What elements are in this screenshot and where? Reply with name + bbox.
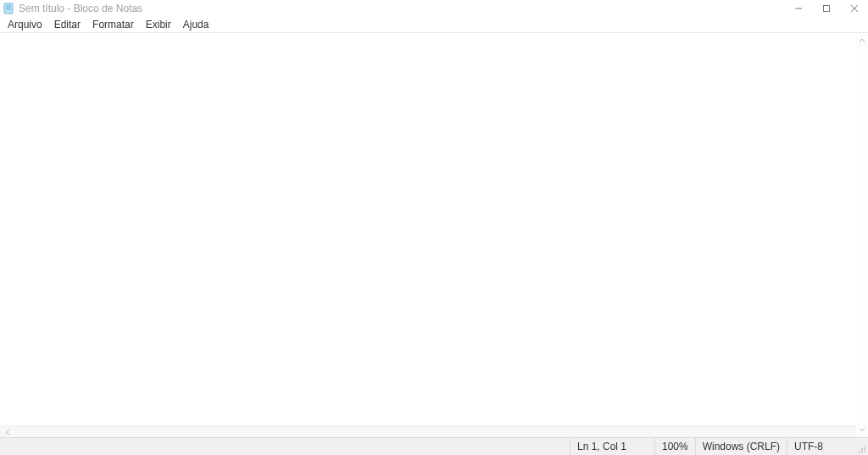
status-cursor-position: Ln 1, Col 1 [570,438,654,455]
editor-area [0,32,868,437]
svg-point-8 [864,451,865,452]
status-bar: Ln 1, Col 1 100% Windows (CRLF) UTF-8 [0,437,868,455]
scroll-up-icon[interactable] [856,35,868,47]
close-button[interactable] [840,0,868,17]
menu-formatar[interactable]: Formatar [86,18,140,31]
status-zoom: 100% [654,438,695,455]
minimize-button[interactable] [784,0,812,17]
scroll-down-icon[interactable] [856,424,868,436]
window-title: Sem título - Bloco de Notas [19,3,142,14]
menu-arquivo[interactable]: Arquivo [2,18,48,31]
menu-ajuda[interactable]: Ajuda [177,18,215,31]
svg-point-13 [859,451,860,452]
svg-point-9 [864,448,865,450]
resize-grip-icon[interactable] [854,438,868,455]
menu-bar: Arquivo Editar Formatar Exibir Ajuda [0,17,868,32]
svg-point-11 [864,446,865,447]
menu-editar[interactable]: Editar [48,18,86,31]
menu-exibir[interactable]: Exibir [140,18,177,31]
vertical-scrollbar[interactable] [856,33,868,437]
horizontal-scrollbar[interactable] [0,425,868,437]
text-editor[interactable] [0,33,868,425]
scroll-left-icon[interactable] [2,427,14,437]
maximize-button[interactable] [812,0,840,17]
svg-rect-5 [823,6,829,12]
svg-rect-0 [4,3,13,14]
notepad-icon [3,3,15,14]
status-encoding: UTF-8 [787,438,854,455]
svg-point-12 [861,448,863,450]
status-line-ending: Windows (CRLF) [695,438,787,455]
window-titlebar: Sem título - Bloco de Notas [0,0,868,17]
svg-point-10 [861,451,863,452]
